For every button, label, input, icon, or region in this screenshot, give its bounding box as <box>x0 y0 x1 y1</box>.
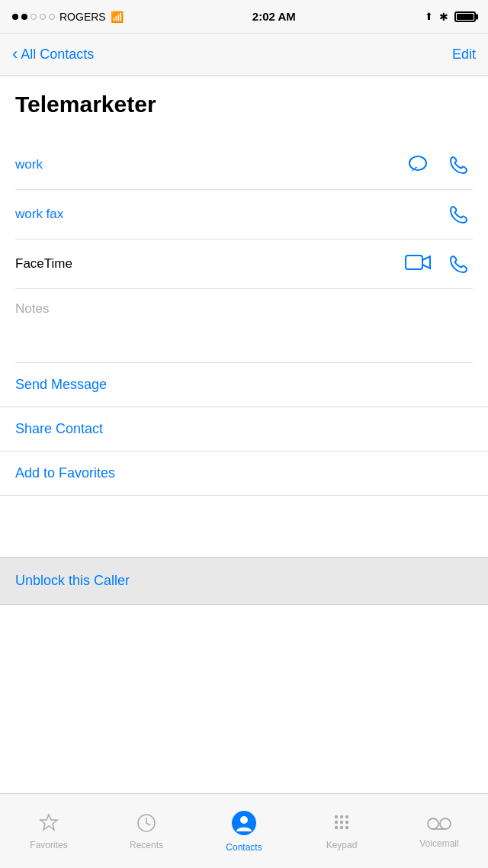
signal-dot-3 <box>30 14 37 20</box>
svg-point-16 <box>440 818 451 829</box>
svg-point-0 <box>409 156 426 170</box>
back-chevron-icon: ‹ <box>12 46 18 63</box>
contact-section: Telemarketer <box>0 76 488 140</box>
tab-favorites[interactable]: Favorites <box>0 794 98 868</box>
location-icon: ⬆ <box>425 11 433 22</box>
contacts-icon <box>231 810 257 839</box>
svg-point-15 <box>428 818 438 829</box>
svg-point-11 <box>345 820 348 823</box>
svg-point-6 <box>335 815 338 818</box>
tab-recents[interactable]: Recents <box>98 794 195 868</box>
work-phone-button[interactable] <box>445 151 473 178</box>
work-icons <box>404 151 473 178</box>
favorites-icon <box>38 812 59 837</box>
keypad-icon <box>331 812 352 837</box>
svg-point-8 <box>345 815 348 818</box>
info-content: work work fax <box>0 140 488 363</box>
carrier-name: ROGERS <box>59 11 106 23</box>
edit-button[interactable]: Edit <box>452 47 476 63</box>
svg-point-9 <box>335 820 338 823</box>
add-to-favorites-row[interactable]: Add to Favorites <box>0 452 488 496</box>
workfax-row: work fax <box>15 190 473 240</box>
tab-voicemail[interactable]: Voicemail <box>390 794 488 868</box>
post-unblock-spacer <box>0 605 488 696</box>
status-right: ⬆ ✱ <box>425 11 476 23</box>
workfax-phone-button[interactable] <box>445 201 473 228</box>
status-left: ROGERS 📶 <box>12 11 124 23</box>
tab-contacts[interactable]: Contacts <box>195 794 293 868</box>
nav-bar: ‹ All Contacts Edit <box>0 34 488 76</box>
tab-recents-label: Recents <box>130 840 163 850</box>
tab-voicemail-label: Voicemail <box>419 838 458 849</box>
tab-keypad[interactable]: Keypad <box>293 794 390 868</box>
add-to-favorites-label: Add to Favorites <box>15 465 115 481</box>
svg-point-12 <box>335 825 338 828</box>
wifi-icon: 📶 <box>111 11 124 23</box>
notes-row: Notes <box>15 289 473 363</box>
voicemail-icon <box>426 814 452 835</box>
recents-icon <box>136 812 157 837</box>
battery-icon <box>454 11 476 22</box>
back-button[interactable]: ‹ All Contacts <box>12 47 94 63</box>
workfax-label: work fax <box>15 207 63 222</box>
signal-dots <box>12 14 55 20</box>
facetime-label: FaceTime <box>15 256 72 272</box>
bottom-spacer <box>0 496 488 542</box>
status-time: 2:02 AM <box>252 10 296 23</box>
svg-point-13 <box>340 825 343 828</box>
tab-favorites-label: Favorites <box>30 840 67 850</box>
signal-dot-1 <box>12 14 18 20</box>
tab-bar: Favorites Recents Contacts <box>0 793 488 868</box>
svg-point-14 <box>345 825 348 828</box>
share-contact-label: Share Contact <box>15 421 103 436</box>
notes-placeholder: Notes <box>15 301 49 316</box>
work-row: work <box>15 140 473 190</box>
svg-point-10 <box>340 820 343 823</box>
work-label: work <box>15 157 43 172</box>
send-message-label: Send Message <box>15 377 107 392</box>
facetime-row: FaceTime <box>15 240 473 289</box>
back-label: All Contacts <box>21 47 94 63</box>
tab-keypad-label: Keypad <box>326 840 358 850</box>
facetime-video-button[interactable] <box>404 250 432 278</box>
svg-point-7 <box>340 815 343 818</box>
share-contact-row[interactable]: Share Contact <box>0 407 488 452</box>
action-section: Send Message Share Contact Add to Favori… <box>0 363 488 496</box>
signal-dot-4 <box>40 14 46 20</box>
svg-rect-1 <box>406 256 422 269</box>
work-message-button[interactable] <box>404 151 432 178</box>
bluetooth-icon: ✱ <box>439 11 448 23</box>
unblock-label[interactable]: Unblock this Caller <box>15 573 130 588</box>
facetime-phone-button[interactable] <box>445 250 473 278</box>
facetime-icons <box>404 250 473 278</box>
tab-contacts-label: Contacts <box>226 842 262 853</box>
signal-dot-5 <box>49 14 55 20</box>
svg-marker-2 <box>40 815 57 830</box>
signal-dot-2 <box>21 14 27 20</box>
contact-name: Telemarketer <box>15 92 473 117</box>
status-bar: ROGERS 📶 2:02 AM ⬆ ✱ <box>0 0 488 34</box>
workfax-icons <box>445 201 473 228</box>
svg-point-5 <box>240 816 248 824</box>
unblock-section[interactable]: Unblock this Caller <box>0 557 488 605</box>
send-message-row[interactable]: Send Message <box>0 363 488 407</box>
